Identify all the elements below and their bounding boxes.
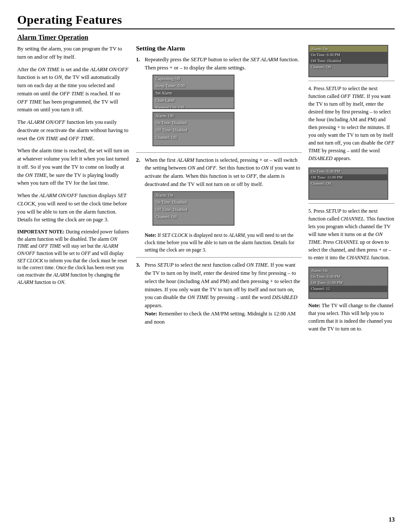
- left-para-5: When the ALARM ON/OFF function displays …: [17, 192, 130, 224]
- step-3-num: 3.: [136, 261, 142, 326]
- section-title: Alarm Timer Operation: [17, 34, 395, 41]
- step-1: 1. Repeatedly press the SETUP button to …: [136, 56, 302, 149]
- top-divider: [17, 28, 395, 29]
- side-divider-1: [308, 81, 395, 81]
- side-screen-channel: Alarm: On On Time: 6:30 PM Off Time: 11:…: [308, 267, 388, 299]
- step-2: 2. When the first ALARM function is sele…: [136, 156, 302, 228]
- screen-row: Off Time: Disabled: [309, 58, 387, 64]
- left-para-3: The ALARM ON/OFF function lets you easil…: [17, 118, 130, 142]
- left-para-1: By setting the alarm, you can program th…: [17, 45, 130, 61]
- step-3-note: Note: Remember to check the AM/PM settin…: [145, 311, 296, 325]
- left-column: By setting the alarm, you can program th…: [17, 45, 130, 338]
- screen-row: Channel: Off: [309, 180, 387, 186]
- screen-row: Off Time: Disabled: [153, 127, 234, 134]
- screen-row-highlighted: Alarm: Off: [153, 113, 234, 120]
- page-number: 13: [389, 516, 395, 523]
- left-para-4: When the alarm time is reached, the set …: [17, 147, 130, 187]
- step-2-content: When the first ALARM function is selecte…: [145, 156, 302, 228]
- screen-2: Alarm: On On Time: Disabled Off Time: Di…: [152, 191, 235, 226]
- screen-row: On Time: 6:30 PM: [309, 274, 387, 280]
- screen-row-highlighted: Off Time: 11:00 PM: [309, 174, 387, 180]
- screen-row: Alarm: On: [309, 268, 387, 274]
- side-screen-offtime: On Time: 6:30 PM Off Time: 11:00 PM Chan…: [308, 167, 388, 200]
- screen-row: Channel: Off: [309, 64, 387, 70]
- step-divider: [136, 152, 302, 153]
- screen-1b: Alarm: Off On Time: Disabled Off Time: D…: [152, 112, 235, 146]
- step-3: 3. Press SETUP to select the next functi…: [136, 261, 302, 326]
- screen-row-highlighted: On Time: 6:30 PM: [309, 52, 387, 58]
- screen-row-highlighted: Set Alarm: [153, 90, 234, 97]
- screen-row: Off Time: Disabled: [153, 206, 234, 214]
- screen-row: Parental Ctrl: Off: [153, 104, 234, 109]
- screen-row: Sleep Timer: 0:00: [153, 82, 234, 90]
- step-1-content: Repeatedly press the SETUP button to sel…: [145, 56, 302, 149]
- right-column: Alarm: On On Time: 6:30 PM Off Time: Dis…: [308, 45, 395, 338]
- screen-row: On Time: 6:30 PM: [309, 168, 387, 174]
- screen-row-highlighted: Channel: 12: [309, 286, 387, 292]
- step-3-content: Press SETUP to select the next function …: [145, 261, 302, 326]
- set-clock-note: Note: If SET CLOCK is displayed next to …: [145, 232, 302, 254]
- screen-row: Chan Label: [153, 97, 234, 104]
- screen-row: On Time: Disabled: [153, 120, 234, 127]
- page-title: Operating Features: [17, 13, 395, 27]
- screen-row: Channel: Off: [153, 134, 234, 142]
- screen-row: Alarm: On: [309, 46, 387, 52]
- step-4-text: 4. Press SETUP to select the next functi…: [308, 85, 395, 162]
- screen-row-highlighted: Alarm: On: [153, 192, 234, 199]
- screen-row: On Time: Disabled: [153, 199, 234, 206]
- side-screen-top: Alarm: On On Time: 6:30 PM Off Time: Dis…: [308, 45, 388, 77]
- step-2-num: 2.: [136, 156, 142, 228]
- final-note: Note: The TV will change to the channel …: [308, 302, 395, 333]
- screen-row: Channel: Off: [153, 214, 234, 221]
- right-section-title: Setting the Alarm: [136, 45, 302, 52]
- middle-column: Setting the Alarm 1. Repeatedly press th…: [136, 45, 302, 338]
- important-note: IMPORTANT NOTE: During extended power fa…: [17, 228, 130, 286]
- left-para-2: After the ON TIME is set and the ALARM O…: [17, 66, 130, 114]
- screen-row: Off Time: 11:00 PM: [309, 280, 387, 286]
- step-divider-2: [136, 257, 302, 258]
- step-1-num: 1.: [136, 56, 142, 149]
- screen-row: Captioning Off: [153, 76, 234, 83]
- screen-1a: Captioning Off Sleep Timer: 0:00 Set Ala…: [152, 75, 235, 109]
- main-content: By setting the alarm, you can program th…: [17, 45, 395, 338]
- side-divider-2: [308, 203, 395, 204]
- step-5-text: 5. Press SETUP to select the next functi…: [308, 207, 395, 261]
